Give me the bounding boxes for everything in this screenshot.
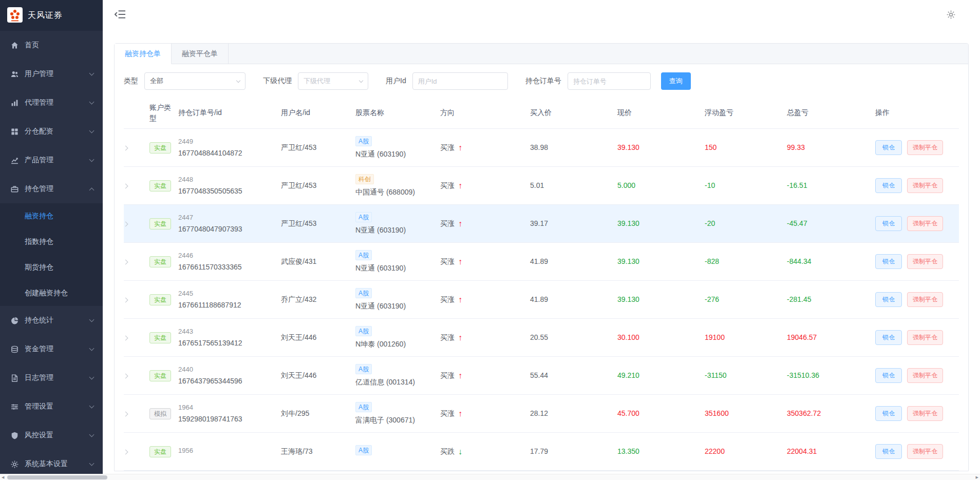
order-input[interactable] xyxy=(568,72,651,90)
sidebar-item-funds-mgmt[interactable]: 资金管理 xyxy=(0,335,103,363)
row-expand[interactable] xyxy=(124,371,149,380)
force-close-button[interactable]: 强制平仓 xyxy=(907,330,943,345)
user-cell: 武应俊/431 xyxy=(281,257,355,266)
sidebar-subitem-label: 融资持仓 xyxy=(25,212,53,221)
agent-select[interactable]: 下级代理 xyxy=(298,72,368,90)
lock-position-button[interactable]: 锁仓 xyxy=(875,444,902,459)
sidebar-subitem-index-position[interactable]: 指数持仓 xyxy=(0,229,103,255)
order-cell: 24471677048047907393 xyxy=(178,213,281,234)
chevron-right-icon xyxy=(123,298,128,303)
market-tag: A股 xyxy=(355,250,372,260)
force-close-button[interactable]: 强制平仓 xyxy=(907,140,943,155)
account-type-badge: 实盘 xyxy=(149,294,171,305)
direction-cell: 买跌↓ xyxy=(440,446,530,457)
lock-position-button[interactable]: 锁仓 xyxy=(875,330,902,345)
trend-up-arrow-icon: ↑ xyxy=(458,142,462,153)
sidebar-subitem-create-financing-position[interactable]: 创建融资持仓 xyxy=(0,280,103,306)
tab-financing-open[interactable]: 融资持仓单 xyxy=(115,44,172,64)
order-number: 2443 xyxy=(178,327,277,336)
sidebar-item-log-mgmt[interactable]: 日志管理 xyxy=(0,363,103,392)
table-row: 实盘24461676611570333365武应俊/431A股N亚通 (6031… xyxy=(124,243,959,281)
scroll-left-arrow-icon[interactable]: ◀ xyxy=(2,475,4,480)
total-pl-cell: 19046.57 xyxy=(787,333,875,342)
lock-position-button[interactable]: 锁仓 xyxy=(875,254,902,269)
market-tag: A股 xyxy=(355,136,372,146)
account-type-badge: 实盘 xyxy=(149,332,171,343)
sidebar-item-user-mgmt[interactable]: 用户管理 xyxy=(0,60,103,88)
brand-logo-icon xyxy=(7,7,23,24)
force-close-button[interactable]: 强制平仓 xyxy=(907,216,943,231)
force-close-button[interactable]: 强制平仓 xyxy=(907,178,943,193)
search-button[interactable]: 查询 xyxy=(661,72,691,90)
row-expand[interactable] xyxy=(124,181,149,190)
order-cell: 24491677048844104872 xyxy=(178,137,281,158)
scroll-right-arrow-icon[interactable]: ▶ xyxy=(976,475,978,480)
sidebar-subitem-futures-position[interactable]: 期货持仓 xyxy=(0,255,103,280)
force-close-button[interactable]: 强制平仓 xyxy=(907,368,943,383)
account-type-badge: 实盘 xyxy=(149,218,171,229)
sidebar-item-label: 系统基本设置 xyxy=(25,459,90,469)
position-icon xyxy=(10,185,18,193)
scrollbar-thumb[interactable] xyxy=(7,475,107,479)
row-expand[interactable] xyxy=(124,295,149,304)
column-header: 账户类型 xyxy=(149,102,178,123)
userid-input[interactable] xyxy=(412,72,508,90)
stock-name: 富满电子 (300671) xyxy=(355,415,436,425)
type-select[interactable]: 全部 xyxy=(144,72,246,90)
actions-cell: 锁仓强制平仓 xyxy=(875,178,957,193)
order-number: 2445 xyxy=(178,289,277,298)
trend-up-arrow-icon: ↑ xyxy=(458,332,462,343)
row-expand[interactable] xyxy=(124,219,149,228)
force-close-button[interactable]: 强制平仓 xyxy=(907,292,943,307)
chevron-down-icon xyxy=(89,375,95,380)
allot-icon xyxy=(10,127,18,136)
lock-position-button[interactable]: 锁仓 xyxy=(875,368,902,383)
sidebar-item-label: 日志管理 xyxy=(25,373,90,382)
stock-name: N亚通 (603190) xyxy=(355,263,436,273)
sidebar-item-position-stats[interactable]: 持仓统计 xyxy=(0,306,103,335)
force-close-button[interactable]: 强制平仓 xyxy=(907,444,943,459)
chevron-down-icon xyxy=(89,100,95,105)
settings-gear-icon[interactable] xyxy=(947,10,955,19)
order-number: 2440 xyxy=(178,365,277,374)
lock-position-button[interactable]: 锁仓 xyxy=(875,216,902,231)
chevron-right-icon xyxy=(123,260,128,265)
chevron-down-icon xyxy=(89,317,95,322)
sidebar-item-risk-settings[interactable]: 风控设置 xyxy=(0,421,103,450)
direction-label: 买涨 xyxy=(440,219,455,228)
sidebar-item-admin-settings[interactable]: 管理设置 xyxy=(0,392,103,421)
force-close-button[interactable]: 强制平仓 xyxy=(907,406,943,421)
sidebar-subitem-financing-position[interactable]: 融资持仓 xyxy=(0,203,103,229)
stock-cell: 科创中国通号 (688009) xyxy=(355,174,440,197)
sidebar-item-position-mgmt[interactable]: 持仓管理 xyxy=(0,175,103,203)
force-close-button[interactable]: 强制平仓 xyxy=(907,254,943,269)
sidebar-item-product-mgmt[interactable]: 产品管理 xyxy=(0,146,103,175)
row-expand[interactable] xyxy=(124,447,149,456)
tab-financing-closed[interactable]: 融资平仓单 xyxy=(172,44,229,64)
current-price-cell: 45.700 xyxy=(617,409,705,418)
lock-position-button[interactable]: 锁仓 xyxy=(875,140,902,155)
row-expand[interactable] xyxy=(124,257,149,266)
row-expand[interactable] xyxy=(124,333,149,342)
total-pl-cell: -45.47 xyxy=(787,219,875,228)
sidebar-item-label: 代理管理 xyxy=(25,98,90,107)
chevron-down-icon xyxy=(89,461,95,466)
main-content: 融资持仓单融资平仓单 类型 全部 下级代理 下级代理 用户Id 持仓订单号 查询… xyxy=(103,29,980,480)
order-cell: 24451676611188687912 xyxy=(178,289,281,310)
risk-icon xyxy=(10,431,18,439)
order-number: 2448 xyxy=(178,175,277,184)
lock-position-button[interactable]: 锁仓 xyxy=(875,292,902,307)
chevron-down-icon xyxy=(89,128,95,133)
current-price-cell: 39.130 xyxy=(617,257,705,266)
floating-pl-cell: -10 xyxy=(705,181,787,190)
sidebar-item-home[interactable]: 首页 xyxy=(0,31,103,60)
row-expand[interactable] xyxy=(124,143,149,152)
lock-position-button[interactable]: 锁仓 xyxy=(875,178,902,193)
actions-cell: 锁仓强制平仓 xyxy=(875,216,957,231)
horizontal-scrollbar[interactable]: ◀ ▶ xyxy=(0,474,980,480)
lock-position-button[interactable]: 锁仓 xyxy=(875,406,902,421)
sidebar-item-warehouse-allot[interactable]: 分仓配资 xyxy=(0,117,103,146)
sidebar-item-agent-mgmt[interactable]: 代理管理 xyxy=(0,88,103,117)
sidebar-collapse-icon[interactable] xyxy=(115,10,126,19)
row-expand[interactable] xyxy=(124,409,149,418)
